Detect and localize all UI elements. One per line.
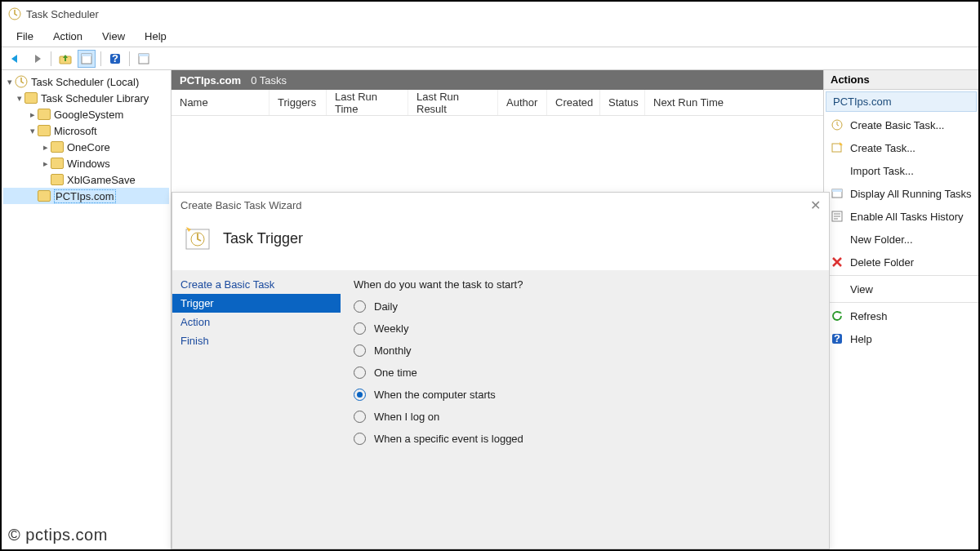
task-list-count: 0 Tasks xyxy=(251,74,287,87)
tree-item-label: Microsoft xyxy=(54,125,97,137)
task-list-header: PCTIps.com 0 Tasks xyxy=(172,70,823,90)
action-enable-history[interactable]: Enable All Tasks History xyxy=(824,205,978,228)
tree-pane: ▾ Task Scheduler (Local) ▾ Task Schedule… xyxy=(2,70,172,549)
wizard-title: Create Basic Task Wizard xyxy=(180,199,302,211)
radio-log-on[interactable]: When I log on xyxy=(354,411,816,423)
folder-icon xyxy=(51,158,64,169)
separator xyxy=(824,275,978,276)
new-folder-icon xyxy=(831,233,844,246)
app-icon xyxy=(8,7,21,20)
column-header[interactable]: Last Run Time xyxy=(327,90,408,115)
forward-button[interactable] xyxy=(28,50,46,68)
column-header[interactable]: Created xyxy=(547,90,600,115)
action-refresh[interactable]: Refresh xyxy=(824,304,978,327)
help-icon: ? xyxy=(831,332,844,345)
action-label: New Folder... xyxy=(850,233,913,246)
menu-file[interactable]: File xyxy=(7,28,43,45)
tree-item-label: OneCore xyxy=(67,141,110,153)
watermark: © pctips.com xyxy=(8,526,108,544)
wizard-banner-title: Task Trigger xyxy=(223,230,303,247)
action-create-task[interactable]: Create Task... xyxy=(824,136,978,159)
chevron-right-icon[interactable]: ▸ xyxy=(41,142,51,153)
chevron-down-icon[interactable]: ▾ xyxy=(5,77,15,87)
actions-section: PCTIps.com xyxy=(826,91,977,112)
tree-item[interactable]: ▸GoogleSystem xyxy=(3,106,169,122)
column-header[interactable]: Triggers xyxy=(270,90,327,115)
action-display-running[interactable]: Display All Running Tasks xyxy=(824,182,978,205)
menu-help[interactable]: Help xyxy=(135,28,176,45)
wizard-step-active[interactable]: Trigger xyxy=(172,294,341,313)
radio-label: When I log on xyxy=(374,411,439,423)
wizard-step[interactable]: Create a Basic Task xyxy=(172,275,341,294)
column-header[interactable]: Next Run Time xyxy=(645,90,735,115)
action-import-task[interactable]: Import Task... xyxy=(824,159,978,182)
action-delete-folder[interactable]: Delete Folder xyxy=(824,251,978,273)
tree-root[interactable]: ▾ Task Scheduler (Local) xyxy=(3,73,169,90)
folder-icon xyxy=(38,190,51,202)
action-view[interactable]: View xyxy=(824,278,978,300)
radio-label: Weekly xyxy=(374,322,408,335)
radio-specific-event[interactable]: When a specific event is logged xyxy=(354,433,816,445)
chevron-right-icon[interactable]: ▸ xyxy=(41,158,51,169)
radio-icon xyxy=(354,344,366,357)
folder-up-icon[interactable] xyxy=(56,50,74,68)
chevron-down-icon[interactable]: ▾ xyxy=(28,126,38,136)
action-new-folder[interactable]: New Folder... xyxy=(824,228,978,251)
radio-icon xyxy=(354,300,366,313)
column-header[interactable]: Status xyxy=(600,90,645,115)
radio-label: When the computer starts xyxy=(374,389,496,401)
chevron-down-icon[interactable]: ▾ xyxy=(15,93,24,104)
action-label: Delete Folder xyxy=(850,256,914,269)
chevron-right-icon[interactable]: ▸ xyxy=(28,109,38,120)
column-header[interactable]: Name xyxy=(172,90,270,115)
folder-icon xyxy=(51,141,64,153)
window-title: Task Scheduler xyxy=(26,8,99,20)
svg-rect-7 xyxy=(139,54,149,56)
menu-action[interactable]: Action xyxy=(43,28,92,45)
help-icon[interactable]: ? xyxy=(106,50,124,68)
tree-library[interactable]: ▾ Task Scheduler Library xyxy=(3,90,169,106)
tree-item[interactable]: ▾Microsoft xyxy=(3,122,169,139)
column-header[interactable]: Author xyxy=(498,90,547,115)
wizard-step[interactable]: Finish xyxy=(172,331,341,350)
tree-item[interactable]: ▸XblGameSave xyxy=(3,171,169,188)
radio-computer-starts[interactable]: When the computer starts xyxy=(354,389,816,401)
close-icon[interactable]: ✕ xyxy=(810,198,821,213)
tree-item[interactable]: ▸OneCore xyxy=(3,139,169,155)
column-header[interactable]: Last Run Result xyxy=(408,90,498,115)
radio-daily[interactable]: Daily xyxy=(354,300,816,313)
tree-root-label: Task Scheduler (Local) xyxy=(31,76,139,88)
radio-monthly[interactable]: Monthly xyxy=(354,344,816,357)
folder-icon xyxy=(38,109,51,120)
new-task-icon xyxy=(831,141,844,154)
properties-icon[interactable] xyxy=(78,50,96,68)
toolbar-separator xyxy=(100,51,101,66)
radio-weekly[interactable]: Weekly xyxy=(354,322,816,335)
radio-icon-selected xyxy=(354,389,366,401)
radio-icon xyxy=(354,411,366,423)
delete-icon xyxy=(831,256,844,269)
wizard-steps: Create a Basic Task Trigger Action Finis… xyxy=(172,270,341,541)
action-create-basic-task[interactable]: Create Basic Task... xyxy=(824,113,978,136)
refresh-icon[interactable] xyxy=(135,50,153,68)
radio-label: One time xyxy=(374,367,417,379)
back-button[interactable] xyxy=(7,50,24,68)
wizard-banner-icon xyxy=(184,224,212,252)
radio-one-time[interactable]: One time xyxy=(354,367,816,379)
wizard-question: When do you want the task to start? xyxy=(354,278,816,291)
tree-item-selected[interactable]: ▸PCTIps.com xyxy=(3,188,169,204)
actions-pane: Actions PCTIps.com Create Basic Task... … xyxy=(823,70,978,549)
action-help[interactable]: ?Help xyxy=(824,327,978,350)
wizard-form: When do you want the task to start? Dail… xyxy=(341,270,829,541)
action-label: Import Task... xyxy=(850,165,914,177)
task-grid-header: Name Triggers Last Run Time Last Run Res… xyxy=(172,90,823,116)
history-icon xyxy=(831,210,844,223)
action-label: Help xyxy=(850,333,872,345)
folder-icon xyxy=(38,125,51,136)
tree-item[interactable]: ▸Windows xyxy=(3,155,169,171)
separator xyxy=(824,302,978,303)
toolbar: ? xyxy=(2,47,978,70)
wizard-step[interactable]: Action xyxy=(172,313,341,331)
menu-view[interactable]: View xyxy=(92,28,135,45)
tree-item-label: GoogleSystem xyxy=(54,109,123,121)
